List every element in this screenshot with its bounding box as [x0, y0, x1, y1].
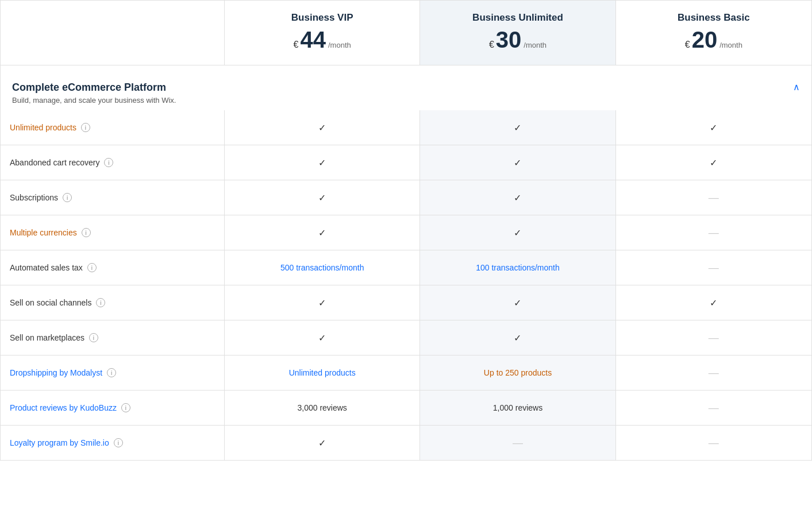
- feature-row: Sell on social channelsi✓✓✓: [1, 285, 811, 320]
- check-mark: ✓: [514, 192, 521, 203]
- value-text: 3,000 reviews: [297, 403, 347, 412]
- info-icon[interactable]: i: [89, 333, 98, 342]
- feature-vip-cell: ✓: [225, 110, 420, 145]
- feature-basic-cell: —: [616, 391, 811, 425]
- feature-row: Loyalty program by Smile.ioi✓——: [1, 426, 811, 460]
- features-table: Unlimited productsi✓✓✓Abandoned cart rec…: [0, 110, 812, 461]
- value-text: Up to 250 products: [484, 368, 552, 377]
- feature-basic-cell: —: [616, 320, 811, 355]
- collapse-icon[interactable]: ∧: [793, 82, 800, 92]
- feature-unlimited-cell: ✓: [420, 180, 615, 215]
- plan-col-unlimited: Business Unlimited € 30 /month: [420, 1, 615, 65]
- dash-mark: —: [709, 262, 719, 274]
- feature-vip-cell: ✓: [225, 426, 420, 460]
- feature-unlimited-cell: 1,000 reviews: [420, 391, 615, 425]
- feature-label: Subscriptionsi: [10, 193, 72, 202]
- feature-basic-cell: —: [616, 250, 811, 285]
- feature-row: Abandoned cart recoveryi✓✓✓: [1, 145, 811, 180]
- currency-vip: €: [294, 40, 299, 50]
- section-header: Complete eCommerce Platform Build, manag…: [0, 65, 812, 110]
- plan-name-vip: Business VIP: [234, 12, 410, 24]
- value-text: 500 transactions/month: [280, 263, 364, 272]
- feature-basic-cell: —: [616, 355, 811, 390]
- feature-basic-cell: —: [616, 426, 811, 460]
- check-mark: ✓: [710, 157, 717, 168]
- feature-label-cell: Subscriptionsi: [1, 180, 225, 215]
- plan-name-basic: Business Basic: [625, 12, 802, 24]
- feature-label-cell: Product reviews by KudoBuzzi: [1, 391, 225, 425]
- info-icon[interactable]: i: [107, 368, 116, 377]
- check-mark: ✓: [318, 122, 326, 133]
- feature-vip-cell: ✓: [225, 320, 420, 355]
- feature-basic-cell: ✓: [616, 285, 811, 320]
- plan-col-vip: Business VIP € 44 /month: [225, 1, 420, 65]
- plan-name-unlimited: Business Unlimited: [429, 12, 606, 24]
- check-mark: ✓: [514, 157, 521, 168]
- feature-vip-cell: 3,000 reviews: [225, 391, 420, 425]
- feature-basic-cell: —: [616, 215, 811, 250]
- feature-vip-cell: ✓: [225, 145, 420, 180]
- info-icon[interactable]: i: [87, 263, 97, 272]
- dash-mark: —: [709, 402, 719, 414]
- dash-mark: —: [709, 367, 719, 379]
- feature-label: Abandoned cart recoveryi: [10, 158, 113, 167]
- check-mark: ✓: [710, 122, 717, 133]
- feature-basic-cell: ✓: [616, 145, 811, 180]
- info-icon[interactable]: i: [82, 228, 91, 237]
- info-icon[interactable]: i: [63, 193, 72, 202]
- check-mark: ✓: [318, 192, 326, 203]
- dash-mark: —: [709, 437, 719, 449]
- price-amount-basic: 20: [692, 28, 718, 51]
- feature-vip-cell: 500 transactions/month: [225, 250, 420, 285]
- price-period-unlimited: /month: [524, 41, 547, 49]
- feature-label: Sell on marketplacesi: [10, 333, 98, 342]
- feature-unlimited-cell: Up to 250 products: [420, 355, 615, 390]
- check-mark: ✓: [514, 297, 521, 308]
- plan-price-unlimited: € 30 /month: [429, 28, 606, 51]
- feature-label: Automated sales taxi: [10, 263, 97, 272]
- check-mark: ✓: [514, 227, 521, 238]
- feature-unlimited-cell: ✓: [420, 320, 615, 355]
- price-amount-unlimited: 30: [496, 28, 522, 51]
- info-icon[interactable]: i: [114, 438, 123, 447]
- dash-mark: —: [709, 227, 719, 239]
- info-icon[interactable]: i: [121, 403, 130, 412]
- value-text: 1,000 reviews: [493, 403, 542, 412]
- price-amount-vip: 44: [300, 28, 326, 51]
- check-mark: ✓: [318, 297, 326, 308]
- check-mark: ✓: [318, 333, 326, 343]
- section-title: Complete eCommerce Platform: [12, 82, 176, 94]
- feature-label-cell: Sell on marketplacesi: [1, 320, 225, 355]
- feature-row: Unlimited productsi✓✓✓: [1, 110, 811, 145]
- page-wrapper: Business VIP € 44 /month Business Unlimi…: [0, 0, 812, 461]
- section-subtitle: Build, manage, and scale your business w…: [12, 96, 176, 105]
- info-icon[interactable]: i: [81, 123, 90, 132]
- price-period-vip: /month: [328, 41, 351, 49]
- feature-label: Sell on social channelsi: [10, 298, 105, 307]
- currency-unlimited: €: [489, 40, 494, 50]
- feature-label-cell: Abandoned cart recoveryi: [1, 145, 225, 180]
- feature-label-cell: Automated sales taxi: [1, 250, 225, 285]
- dash-mark: —: [709, 192, 719, 204]
- feature-label-cell: Unlimited productsi: [1, 110, 225, 145]
- feature-row: Automated sales taxi500 transactions/mon…: [1, 250, 811, 285]
- feature-vip-cell: ✓: [225, 180, 420, 215]
- info-icon[interactable]: i: [96, 298, 105, 307]
- feature-unlimited-cell: —: [420, 426, 615, 460]
- check-mark: ✓: [514, 333, 521, 343]
- feature-unlimited-cell: ✓: [420, 285, 615, 320]
- feature-label: Dropshipping by Modalysti: [10, 368, 116, 377]
- plan-price-vip: € 44 /month: [234, 28, 410, 51]
- header-empty-cell: [1, 1, 225, 65]
- feature-label-cell: Loyalty program by Smile.ioi: [1, 426, 225, 460]
- section-header-left: Complete eCommerce Platform Build, manag…: [12, 82, 176, 105]
- feature-basic-cell: ✓: [616, 110, 811, 145]
- info-icon[interactable]: i: [104, 158, 113, 167]
- dash-mark: —: [513, 437, 523, 449]
- feature-row: Sell on marketplacesi✓✓—: [1, 320, 811, 355]
- check-mark: ✓: [318, 157, 326, 168]
- check-mark: ✓: [710, 297, 717, 308]
- check-mark: ✓: [318, 438, 326, 449]
- feature-row: Dropshipping by ModalystiUnlimited produ…: [1, 355, 811, 391]
- feature-unlimited-cell: ✓: [420, 110, 615, 145]
